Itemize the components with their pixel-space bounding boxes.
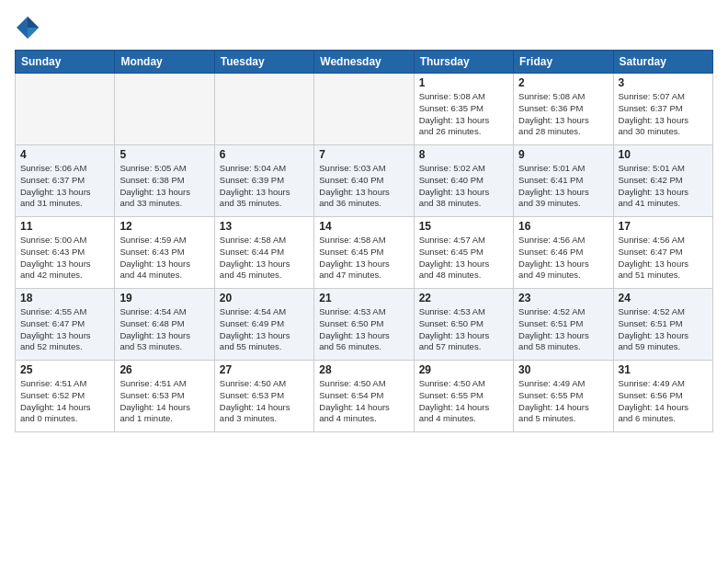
calendar-cell: 25Sunrise: 4:51 AM Sunset: 6:52 PM Dayli… <box>16 361 115 432</box>
calendar-week-row: 11Sunrise: 5:00 AM Sunset: 6:43 PM Dayli… <box>16 217 713 289</box>
calendar-header-thursday: Thursday <box>414 51 513 74</box>
calendar-cell: 17Sunrise: 4:56 AM Sunset: 6:47 PM Dayli… <box>613 217 712 289</box>
day-number: 15 <box>419 220 508 233</box>
calendar-table: SundayMondayTuesdayWednesdayThursdayFrid… <box>15 50 713 432</box>
calendar-cell: 29Sunrise: 4:50 AM Sunset: 6:55 PM Dayli… <box>414 361 513 432</box>
day-number: 11 <box>20 220 109 233</box>
calendar-week-row: 25Sunrise: 4:51 AM Sunset: 6:52 PM Dayli… <box>16 361 713 432</box>
calendar-cell: 11Sunrise: 5:00 AM Sunset: 6:43 PM Dayli… <box>16 217 115 289</box>
calendar-cell: 12Sunrise: 4:59 AM Sunset: 6:43 PM Dayli… <box>115 217 214 289</box>
day-info: Sunrise: 4:49 AM Sunset: 6:56 PM Dayligh… <box>619 378 708 425</box>
calendar-cell: 1Sunrise: 5:08 AM Sunset: 6:35 PM Daylig… <box>414 74 513 145</box>
day-number: 31 <box>619 363 708 376</box>
day-info: Sunrise: 4:57 AM Sunset: 6:45 PM Dayligh… <box>419 235 508 282</box>
calendar-header-row: SundayMondayTuesdayWednesdayThursdayFrid… <box>16 51 713 74</box>
calendar-header-monday: Monday <box>115 51 214 74</box>
calendar-cell: 10Sunrise: 5:01 AM Sunset: 6:42 PM Dayli… <box>613 145 712 217</box>
day-info: Sunrise: 4:50 AM Sunset: 6:54 PM Dayligh… <box>319 378 408 425</box>
day-info: Sunrise: 4:51 AM Sunset: 6:53 PM Dayligh… <box>119 378 209 425</box>
calendar-header-saturday: Saturday <box>613 51 712 74</box>
calendar-cell: 13Sunrise: 4:58 AM Sunset: 6:44 PM Dayli… <box>214 217 313 289</box>
calendar-cell <box>16 74 115 145</box>
calendar-cell <box>214 74 313 145</box>
page: SundayMondayTuesdayWednesdayThursdayFrid… <box>0 0 728 563</box>
day-number: 4 <box>20 148 109 161</box>
day-number: 30 <box>518 363 608 376</box>
calendar-week-row: 18Sunrise: 4:55 AM Sunset: 6:47 PM Dayli… <box>16 289 713 361</box>
calendar-header-sunday: Sunday <box>16 51 115 74</box>
day-number: 13 <box>220 220 309 233</box>
calendar-cell: 23Sunrise: 4:52 AM Sunset: 6:51 PM Dayli… <box>514 289 613 361</box>
day-info: Sunrise: 4:54 AM Sunset: 6:49 PM Dayligh… <box>220 306 309 353</box>
calendar-cell: 31Sunrise: 4:49 AM Sunset: 6:56 PM Dayli… <box>613 361 712 432</box>
day-info: Sunrise: 4:56 AM Sunset: 6:46 PM Dayligh… <box>518 235 608 282</box>
day-info: Sunrise: 5:02 AM Sunset: 6:40 PM Dayligh… <box>419 163 508 210</box>
day-number: 3 <box>619 76 708 89</box>
day-number: 1 <box>419 76 508 89</box>
calendar-cell: 24Sunrise: 4:52 AM Sunset: 6:51 PM Dayli… <box>613 289 712 361</box>
day-info: Sunrise: 4:50 AM Sunset: 6:55 PM Dayligh… <box>419 378 508 425</box>
day-info: Sunrise: 5:00 AM Sunset: 6:43 PM Dayligh… <box>20 235 109 282</box>
day-info: Sunrise: 4:54 AM Sunset: 6:48 PM Dayligh… <box>119 306 209 353</box>
day-number: 7 <box>319 148 408 161</box>
calendar-header-wednesday: Wednesday <box>314 51 414 74</box>
calendar-cell: 30Sunrise: 4:49 AM Sunset: 6:55 PM Dayli… <box>514 361 613 432</box>
day-number: 27 <box>220 363 309 376</box>
day-number: 22 <box>419 292 508 304</box>
day-number: 6 <box>220 148 309 161</box>
day-info: Sunrise: 5:08 AM Sunset: 6:35 PM Dayligh… <box>419 91 508 138</box>
header <box>15 15 713 40</box>
day-info: Sunrise: 4:56 AM Sunset: 6:47 PM Dayligh… <box>619 235 708 282</box>
day-number: 26 <box>119 363 209 376</box>
day-info: Sunrise: 4:58 AM Sunset: 6:45 PM Dayligh… <box>319 235 408 282</box>
day-info: Sunrise: 4:50 AM Sunset: 6:53 PM Dayligh… <box>220 378 309 425</box>
day-number: 23 <box>518 292 608 304</box>
day-info: Sunrise: 4:59 AM Sunset: 6:43 PM Dayligh… <box>119 235 209 282</box>
day-info: Sunrise: 5:04 AM Sunset: 6:39 PM Dayligh… <box>220 163 309 210</box>
calendar-cell: 18Sunrise: 4:55 AM Sunset: 6:47 PM Dayli… <box>16 289 115 361</box>
day-number: 21 <box>319 292 408 304</box>
day-number: 14 <box>319 220 408 233</box>
calendar-cell: 9Sunrise: 5:01 AM Sunset: 6:41 PM Daylig… <box>514 145 613 217</box>
calendar-cell: 4Sunrise: 5:06 AM Sunset: 6:37 PM Daylig… <box>16 145 115 217</box>
day-number: 10 <box>619 148 708 161</box>
day-info: Sunrise: 4:52 AM Sunset: 6:51 PM Dayligh… <box>518 306 608 353</box>
day-number: 16 <box>518 220 608 233</box>
calendar-cell: 8Sunrise: 5:02 AM Sunset: 6:40 PM Daylig… <box>414 145 513 217</box>
day-info: Sunrise: 5:07 AM Sunset: 6:37 PM Dayligh… <box>619 91 708 138</box>
day-number: 25 <box>20 363 109 376</box>
calendar-cell: 7Sunrise: 5:03 AM Sunset: 6:40 PM Daylig… <box>314 145 414 217</box>
calendar-cell: 28Sunrise: 4:50 AM Sunset: 6:54 PM Dayli… <box>314 361 414 432</box>
day-number: 28 <box>319 363 408 376</box>
day-info: Sunrise: 4:58 AM Sunset: 6:44 PM Dayligh… <box>220 235 309 282</box>
calendar-header-friday: Friday <box>514 51 613 74</box>
day-number: 12 <box>119 220 209 233</box>
calendar-cell <box>314 74 414 145</box>
day-info: Sunrise: 5:06 AM Sunset: 6:37 PM Dayligh… <box>20 163 109 210</box>
day-info: Sunrise: 4:55 AM Sunset: 6:47 PM Dayligh… <box>20 306 109 353</box>
day-info: Sunrise: 4:52 AM Sunset: 6:51 PM Dayligh… <box>619 306 708 353</box>
calendar-cell: 20Sunrise: 4:54 AM Sunset: 6:49 PM Dayli… <box>214 289 313 361</box>
day-info: Sunrise: 5:08 AM Sunset: 6:36 PM Dayligh… <box>518 91 608 138</box>
day-number: 19 <box>119 292 209 304</box>
day-info: Sunrise: 5:05 AM Sunset: 6:38 PM Dayligh… <box>119 163 209 210</box>
svg-marker-1 <box>28 17 39 28</box>
day-info: Sunrise: 4:49 AM Sunset: 6:55 PM Dayligh… <box>518 378 608 425</box>
day-info: Sunrise: 4:53 AM Sunset: 6:50 PM Dayligh… <box>419 306 508 353</box>
day-info: Sunrise: 4:53 AM Sunset: 6:50 PM Dayligh… <box>319 306 408 353</box>
day-info: Sunrise: 5:03 AM Sunset: 6:40 PM Dayligh… <box>319 163 408 210</box>
calendar-cell: 19Sunrise: 4:54 AM Sunset: 6:48 PM Dayli… <box>115 289 214 361</box>
day-info: Sunrise: 4:51 AM Sunset: 6:52 PM Dayligh… <box>20 378 109 425</box>
calendar-cell <box>115 74 214 145</box>
calendar-cell: 27Sunrise: 4:50 AM Sunset: 6:53 PM Dayli… <box>214 361 313 432</box>
calendar-cell: 15Sunrise: 4:57 AM Sunset: 6:45 PM Dayli… <box>414 217 513 289</box>
day-number: 2 <box>518 76 608 89</box>
calendar-cell: 2Sunrise: 5:08 AM Sunset: 6:36 PM Daylig… <box>514 74 613 145</box>
svg-marker-2 <box>28 28 39 39</box>
day-number: 20 <box>220 292 309 304</box>
calendar-cell: 22Sunrise: 4:53 AM Sunset: 6:50 PM Dayli… <box>414 289 513 361</box>
day-number: 8 <box>419 148 508 161</box>
day-info: Sunrise: 5:01 AM Sunset: 6:41 PM Dayligh… <box>518 163 608 210</box>
calendar-cell: 3Sunrise: 5:07 AM Sunset: 6:37 PM Daylig… <box>613 74 712 145</box>
logo <box>15 15 44 40</box>
